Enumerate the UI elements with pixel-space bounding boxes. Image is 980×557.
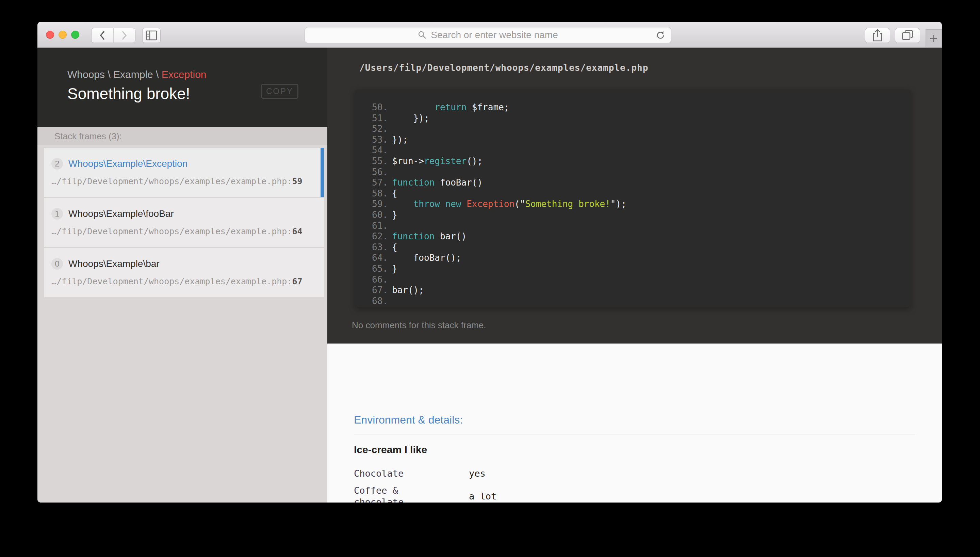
frame-file-path: …/filp/Development/whoops/examples/examp… [51, 277, 292, 286]
code-line-number: 50. [355, 102, 388, 113]
code-line-number: 51. [355, 113, 388, 124]
desktop-background: Search or enter website name [0, 0, 980, 557]
code-line: 60.} [355, 210, 910, 221]
code-line: 52. [355, 124, 910, 135]
frame-line-number: 67 [292, 277, 302, 286]
code-line: 63.{ [355, 242, 910, 253]
frame-file-path-row: …/filp/Development/whoops/examples/examp… [51, 277, 324, 286]
code-line: 59. throw new Exception("Something broke… [355, 199, 910, 210]
chevron-right-icon [120, 29, 128, 41]
frame-header-row: 2 Whoops\Example\Exception [51, 158, 321, 169]
frame-header-row: 1 Whoops\Example\fooBar [51, 208, 324, 220]
history-nav-group [91, 28, 135, 43]
zoom-window-button[interactable] [71, 31, 79, 39]
stack-frame-list: 2 Whoops\Example\Exception …/filp/Develo… [44, 148, 324, 297]
safari-window: Search or enter website name [37, 22, 942, 503]
stack-frames-label: Stack frames (3): [37, 127, 327, 145]
code-line-number: 58. [355, 188, 388, 199]
breadcrumb-exception-class: Exception [162, 69, 206, 80]
exception-breadcrumb: Whoops \ Example \ Exception [67, 69, 327, 80]
code-container: 50. return $frame;51. });52.53.});54.55.… [355, 89, 910, 307]
code-line: 50. return $frame; [355, 102, 910, 113]
frame-file-path: …/filp/Development/whoops/examples/examp… [51, 176, 292, 186]
env-key: Coffee & chocolate [354, 482, 436, 503]
sidebar-toggle-button[interactable] [142, 28, 161, 43]
code-line: 64. fooBar(); [355, 252, 910, 264]
code-line-number: 67. [355, 285, 388, 296]
code-line-number: 60. [355, 210, 388, 221]
whoops-right-panel: /Users/filp/Development/whoops/examples/… [327, 48, 942, 503]
code-panel: /Users/filp/Development/whoops/examples/… [327, 48, 942, 344]
code-line-number: 54. [355, 145, 388, 156]
new-tab-button[interactable] [926, 29, 942, 47]
code-line-number: 63. [355, 242, 388, 253]
stack-frame-item[interactable]: 0 Whoops\Example\bar …/filp/Development/… [44, 248, 324, 297]
code-line-number: 66. [355, 274, 388, 285]
code-line-number: 55. [355, 156, 388, 167]
close-window-button[interactable] [46, 31, 54, 39]
forward-button[interactable] [113, 28, 135, 42]
code-line-number: 52. [355, 124, 388, 135]
copy-button[interactable]: COPY [261, 84, 299, 99]
code-line: 66. [355, 274, 910, 285]
env-table-title: Ice-cream I like [354, 444, 915, 456]
share-button[interactable] [865, 28, 890, 43]
frame-index-badge: 2 [51, 158, 63, 169]
chevron-left-icon [99, 29, 106, 41]
code-line-number: 62. [355, 231, 388, 242]
window-controls [46, 31, 79, 39]
code-line-number: 64. [355, 252, 388, 264]
tabs-icon [901, 29, 914, 42]
active-frame-file-path: /Users/filp/Development/whoops/examples/… [359, 63, 648, 73]
frame-file-path-row: …/filp/Development/whoops/examples/examp… [51, 176, 321, 186]
code-line: 56. [355, 167, 910, 178]
stack-frame-item[interactable]: 1 Whoops\Example\fooBar …/filp/Developme… [44, 198, 324, 247]
frame-class-name: Whoops\Example\bar [68, 258, 160, 269]
share-icon [871, 29, 884, 42]
details-divider [354, 434, 915, 435]
search-icon [418, 31, 427, 39]
sidebar-icon [146, 30, 157, 41]
env-table-row: Coffee & chocolatea lot [354, 482, 496, 503]
environment-details-heading: Environment & details: [354, 414, 915, 426]
plus-icon [929, 34, 938, 43]
code-line-number: 57. [355, 178, 388, 188]
back-button[interactable] [91, 28, 113, 42]
page-content: Whoops \ Example \ Exception Something b… [37, 48, 942, 503]
breadcrumb-namespace: Whoops \ Example \ [67, 69, 162, 80]
reload-icon [655, 30, 665, 41]
code-line-number: 53. [355, 135, 388, 145]
code-line: 58.{ [355, 188, 910, 199]
code-line-number: 68. [355, 296, 388, 307]
env-table-row: Chocolateyes [354, 465, 496, 482]
env-value: yes [436, 465, 496, 482]
address-bar[interactable]: Search or enter website name [305, 27, 672, 43]
env-key: Chocolate [354, 465, 436, 482]
frame-comments-empty-text: No comments for this stack frame. [352, 320, 486, 331]
browser-toolbar: Search or enter website name [37, 22, 942, 48]
code-line-number: 65. [355, 264, 388, 274]
frame-header-row: 0 Whoops\Example\bar [51, 258, 324, 270]
whoops-left-panel: Whoops \ Example \ Exception Something b… [37, 48, 327, 503]
environment-details-panel: Environment & details: Ice-cream I like … [327, 344, 942, 503]
frame-file-path: …/filp/Development/whoops/examples/examp… [51, 226, 292, 236]
code-line-number: 59. [355, 199, 388, 210]
stack-frames-area: 2 Whoops\Example\Exception …/filp/Develo… [37, 145, 327, 503]
frame-index-badge: 0 [51, 258, 63, 270]
code-line: 51. }); [355, 113, 910, 124]
frame-class-name: Whoops\Example\fooBar [68, 208, 174, 219]
frame-file-path-row: …/filp/Development/whoops/examples/examp… [51, 226, 324, 236]
address-bar-placeholder: Search or enter website name [418, 29, 558, 41]
reload-button[interactable] [655, 30, 665, 41]
code-line-number: 56. [355, 167, 388, 178]
show-all-tabs-button[interactable] [895, 28, 920, 43]
stack-frame-item[interactable]: 2 Whoops\Example\Exception …/filp/Develo… [44, 148, 324, 197]
code-line: 68. [355, 296, 910, 307]
exception-header: Whoops \ Example \ Exception Something b… [37, 48, 327, 127]
code-line: 55.$run->register(); [355, 156, 910, 167]
minimize-window-button[interactable] [58, 31, 67, 39]
code-line: 67.bar(); [355, 285, 910, 296]
env-table: ChocolateyesCoffee & chocolatea lotStraw… [354, 465, 496, 503]
env-value: a lot [436, 482, 496, 503]
code-line: 61. [355, 221, 910, 231]
